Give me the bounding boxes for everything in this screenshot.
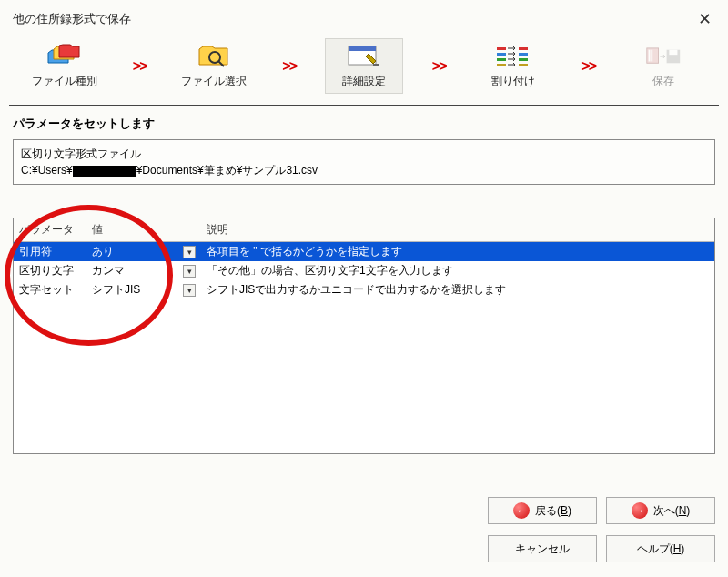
svg-rect-10 <box>519 53 528 56</box>
step-label: ファイル種別 <box>32 74 97 89</box>
svg-rect-9 <box>519 47 528 50</box>
desc-cell: 「その他」の場合、区切り文字1文字を入力します <box>201 261 714 280</box>
svg-rect-15 <box>651 50 652 62</box>
svg-rect-4 <box>373 64 379 66</box>
svg-rect-7 <box>497 58 506 61</box>
divider <box>9 105 719 106</box>
svg-rect-8 <box>497 64 506 66</box>
divider <box>9 531 719 531</box>
svg-rect-17 <box>669 50 677 55</box>
save-icon <box>645 43 682 70</box>
param-cell: 文字セット <box>14 280 86 299</box>
col-header-desc[interactable]: 説明 <box>201 218 714 242</box>
col-header-value[interactable]: 値 <box>86 218 177 242</box>
table-row[interactable]: 引用符あり▾各項目を " で括るかどうかを指定します <box>14 242 714 262</box>
svg-rect-3 <box>349 46 376 51</box>
cancel-button[interactable]: キャンセル <box>488 535 597 562</box>
table-row[interactable]: 文字セットシフトJIS▾シフトJISで出力するかユニコードで出力するかを選択しま… <box>14 280 714 299</box>
step-mapping[interactable]: 割り付け <box>474 38 552 94</box>
step-label: ファイル選択 <box>181 74 247 89</box>
back-button[interactable]: ← 戻る(B) <box>488 497 597 524</box>
step-save: 保存 <box>624 38 703 94</box>
file-info-box: 区切り文字形式ファイル C:¥Users¥¥Documents¥筆まめ¥サンプル… <box>13 139 715 185</box>
svg-rect-5 <box>497 47 506 50</box>
step-label: 詳細設定 <box>342 74 386 89</box>
param-cell: 引用符 <box>14 242 86 262</box>
page-subtitle: パラメータをセットします <box>0 112 728 139</box>
dropdown-button[interactable]: ▾ <box>183 246 196 258</box>
folder-search-icon <box>196 43 232 70</box>
desc-cell: シフトJISで出力するかユニコードで出力するかを選択します <box>201 280 714 299</box>
step-label: 保存 <box>652 74 674 89</box>
dropdown-button[interactable]: ▾ <box>183 265 196 278</box>
chevron-icon: >> <box>278 58 299 75</box>
svg-rect-6 <box>497 53 506 56</box>
parameter-table: パラメータ 値 説明 引用符あり▾各項目を " で括るかどうかを指定します区切り… <box>13 218 715 454</box>
arrow-right-icon: → <box>632 502 648 519</box>
folders-icon <box>46 43 83 70</box>
table-row[interactable]: 区切り文字カンマ▾「その他」の場合、区切り文字1文字を入力します <box>14 261 714 280</box>
value-cell: あり <box>86 242 177 262</box>
next-button[interactable]: → 次へ(N) <box>606 497 715 524</box>
desc-cell: 各項目を " で括るかどうかを指定します <box>201 242 714 262</box>
help-button[interactable]: ヘルプ(H) <box>606 535 715 562</box>
svg-rect-11 <box>519 58 528 61</box>
settings-icon <box>346 43 382 70</box>
arrow-left-icon: ← <box>513 502 530 519</box>
mapping-icon <box>495 43 531 70</box>
close-icon[interactable]: ✕ <box>694 9 715 29</box>
chevron-icon: >> <box>429 58 450 75</box>
svg-rect-14 <box>649 50 651 62</box>
file-format-line: 区切り文字形式ファイル <box>21 146 707 162</box>
value-cell: シフトJIS <box>86 280 177 299</box>
chevron-icon: >> <box>578 58 599 75</box>
chevron-icon: >> <box>129 58 150 75</box>
value-cell: カンマ <box>86 261 177 280</box>
wizard-steps: ファイル種別 >> ファイル選択 >> <box>0 35 728 103</box>
svg-rect-12 <box>519 64 528 66</box>
redacted-block <box>73 166 136 177</box>
param-cell: 区切り文字 <box>14 261 86 280</box>
dropdown-button[interactable]: ▾ <box>183 284 196 297</box>
step-file-select[interactable]: ファイル選択 <box>175 38 253 94</box>
col-header-param[interactable]: パラメータ <box>14 218 86 242</box>
file-path-line: C:¥Users¥¥Documents¥筆まめ¥サンプル31.csv <box>21 162 707 178</box>
step-file-type[interactable]: ファイル種別 <box>25 38 104 94</box>
step-detail-settings[interactable]: 詳細設定 <box>325 38 403 94</box>
step-label: 割り付け <box>491 74 535 89</box>
window-title: 他の住所録形式で保存 <box>13 11 131 27</box>
